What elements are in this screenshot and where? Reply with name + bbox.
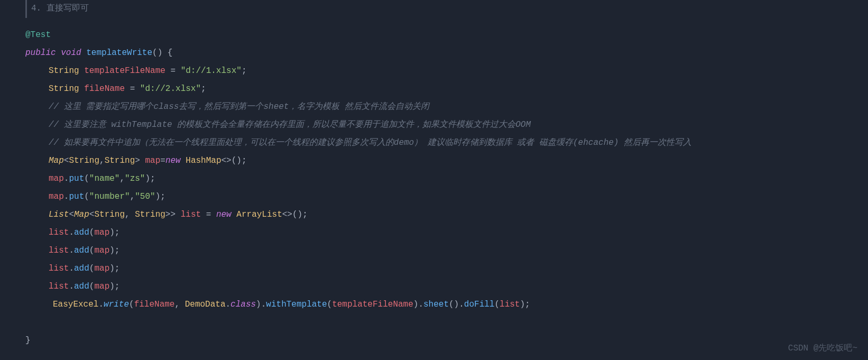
close-brace-line: } bbox=[0, 332, 868, 350]
map-declaration: Map<String,String> map=new HashMap<>(); bbox=[0, 152, 868, 170]
csdn-watermark: CSDN @先吃饭吧~ bbox=[788, 343, 857, 354]
header-comment: 4. 直接写即可 bbox=[31, 4, 89, 13]
list-declaration: List<Map<String, String>> list = new Arr… bbox=[0, 206, 868, 224]
template-filename-line: String templateFileName = "d://1.xlsx"; bbox=[0, 62, 868, 80]
filename-line: String fileName = "d://2.xlsx"; bbox=[0, 80, 868, 98]
comment-line-3: // 如果要再文件中追加（无法在一个线程里面处理，可以在一个线程的建议参照多次写… bbox=[0, 134, 868, 152]
comment-line-2: // 这里要注意 withTemplate 的模板文件会全量存储在内存里面，所以… bbox=[0, 116, 868, 134]
list-add-2: list.add(map); bbox=[0, 242, 868, 260]
code-editor[interactable]: 4. 直接写即可 @Test public void templateWrite… bbox=[0, 0, 868, 350]
easyexcel-write-line: EasyExcel.write(fileName, DemoData.class… bbox=[0, 296, 868, 314]
map-put-number: map.put("number","50"); bbox=[0, 188, 868, 206]
list-add-1: list.add(map); bbox=[0, 224, 868, 242]
header-comment-block: 4. 直接写即可 bbox=[25, 0, 868, 18]
map-put-name: map.put("name","zs"); bbox=[0, 170, 868, 188]
method-signature: public void templateWrite() { bbox=[0, 44, 868, 62]
list-add-3: list.add(map); bbox=[0, 260, 868, 278]
comment-line-1: // 这里 需要指定写用哪个class去写，然后写到第一个sheet，名字为模板… bbox=[0, 98, 868, 116]
list-add-4: list.add(map); bbox=[0, 278, 868, 296]
test-annotation: @Test bbox=[25, 26, 51, 44]
annotation-line: @Test bbox=[0, 26, 868, 44]
